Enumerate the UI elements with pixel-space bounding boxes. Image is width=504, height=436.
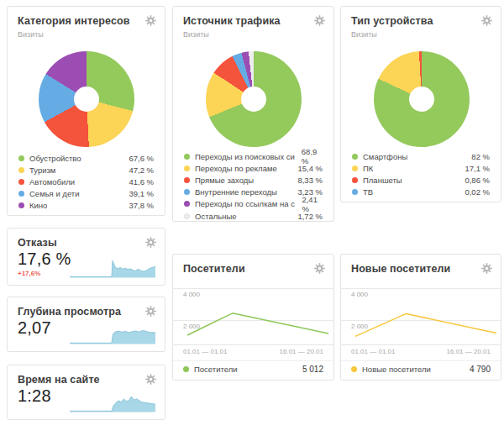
- card-new-visitors: Новые посетители 4 000 2 000 01.01 — 01.…: [340, 254, 501, 381]
- chart-legend: Обустройство 67,6 % Туризм 47,2 % Автомо…: [8, 152, 165, 212]
- series-line: [187, 313, 328, 335]
- gear-icon[interactable]: [481, 263, 492, 274]
- card-header: Отказы: [8, 229, 165, 249]
- legend-dot: [18, 202, 24, 208]
- legend-dot: [184, 165, 190, 171]
- donut-hole: [241, 87, 266, 112]
- x-axis-line: [173, 344, 333, 345]
- legend-value: 39,1 %: [122, 189, 154, 198]
- legend-item[interactable]: Смартфоны 82 %: [341, 150, 501, 162]
- legend-item[interactable]: Переходы по рекламе 15,4 %: [173, 162, 333, 174]
- legend-item[interactable]: Переходы по ссылкам на сайтах 2,41 %: [173, 198, 333, 210]
- card-header: Глубина просмотра: [8, 297, 165, 318]
- legend-dot: [184, 213, 190, 219]
- line-chart[interactable]: [173, 283, 333, 344]
- legend-item[interactable]: Кино 37,8 %: [8, 200, 165, 212]
- legend-total: 4 790: [470, 365, 491, 374]
- card-title: Тип устройства: [351, 15, 491, 27]
- donut-chart[interactable]: [206, 51, 302, 147]
- donut-hole: [409, 87, 434, 112]
- legend-dot: [184, 201, 190, 207]
- x-axis-line: [341, 344, 501, 345]
- legend-label: ПК: [363, 164, 373, 173]
- card-subtitle: Визиты: [18, 30, 155, 39]
- card-header: Посетители: [173, 255, 333, 275]
- legend-label: Переходы по ссылкам на сайтах: [195, 199, 295, 208]
- card-title: Время на сайте: [18, 374, 155, 386]
- legend-value: 15,4 %: [291, 164, 323, 173]
- legend-label: Смартфоны: [363, 152, 407, 161]
- legend-value: 0,02 %: [458, 187, 490, 197]
- legend-label: Остальные: [195, 212, 237, 221]
- card-visitors: Посетители 4 000 2 000 01.01 — 01.01 16.…: [172, 254, 334, 381]
- gear-icon[interactable]: [145, 374, 156, 385]
- legend-dot: [352, 165, 358, 171]
- legend-item[interactable]: Остальные 1,72 %: [173, 210, 333, 222]
- card-page-depth: Глубина просмотра 2,07: [7, 297, 165, 352]
- card-header: Новые посетители: [341, 255, 501, 275]
- legend-label: Кино: [29, 201, 47, 210]
- legend-label: Обустройство: [29, 154, 81, 163]
- chart-legend: Переходы из поисковых систем 68,9 % Пере…: [173, 150, 333, 222]
- dashboard: Категория интересов Визиты Обустройство: [0, 0, 504, 436]
- card-traffic-sources: Источник трафика Визиты Переходы из поис…: [172, 6, 334, 222]
- legend-dot: [18, 155, 24, 161]
- card-subtitle: Визиты: [351, 30, 491, 39]
- card-title: Посетители: [183, 263, 323, 275]
- card-interest-categories: Категория интересов Визиты Обустройство: [7, 6, 165, 216]
- legend-item[interactable]: Семья и дети 39,1 %: [8, 188, 165, 200]
- legend-item[interactable]: Автомобили 41,6 %: [8, 176, 165, 187]
- legend-value: 1,72 %: [291, 212, 323, 221]
- donut-chart[interactable]: [374, 51, 470, 147]
- card-title: Отказы: [18, 237, 155, 249]
- legend-dot: [18, 191, 24, 197]
- legend-dot: [352, 177, 358, 183]
- donut-hole: [74, 87, 99, 112]
- card-header: Тип устройства Визиты: [341, 7, 501, 39]
- x-axis-labels: 01.01 — 01.01 16.01 — 20.01: [351, 348, 491, 355]
- legend-value: 82 %: [465, 152, 490, 161]
- legend-item[interactable]: ТВ 0,02 %: [341, 186, 501, 198]
- gear-icon[interactable]: [145, 237, 156, 248]
- x-axis-label-left: 01.01 — 01.01: [351, 348, 395, 355]
- legend-label: Семья и дети: [29, 189, 80, 198]
- legend-value: 47,2 %: [122, 165, 154, 175]
- legend-dot: [351, 366, 357, 372]
- legend-value: 0,86 %: [458, 176, 490, 185]
- legend-dot: [183, 366, 189, 372]
- legend-label: Переходы по рекламе: [195, 164, 277, 173]
- legend-value: 41,6 %: [122, 177, 154, 186]
- x-axis-label-left: 01.01 — 01.01: [183, 348, 227, 355]
- legend-item[interactable]: Туризм 47,2 %: [8, 164, 165, 176]
- legend-dot: [18, 167, 24, 173]
- legend-label: ТВ: [363, 187, 373, 197]
- gear-icon[interactable]: [314, 263, 325, 274]
- card-time-on-site: Время на сайте 1:28: [7, 365, 165, 420]
- legend-item[interactable]: Обустройство 67,6 %: [8, 152, 165, 164]
- legend-divider: [173, 360, 333, 361]
- chart-legend[interactable]: Посетители 5 012: [183, 365, 323, 374]
- donut-chart[interactable]: [39, 51, 134, 147]
- legend-item[interactable]: Прямые заходы 8,33 %: [173, 174, 333, 186]
- card-header: Источник трафика Визиты: [173, 7, 333, 39]
- legend-label: Прямые заходы: [195, 176, 254, 185]
- legend-label: Новые посетители: [362, 365, 431, 374]
- x-axis-label-right: 16.01 — 20.01: [280, 348, 323, 355]
- chart-legend[interactable]: Новые посетители 4 790: [351, 365, 491, 374]
- legend-item[interactable]: Переходы из поисковых систем 68,9 %: [173, 150, 333, 162]
- legend-divider: [341, 360, 501, 361]
- line-chart[interactable]: [341, 283, 501, 344]
- gear-icon[interactable]: [145, 306, 156, 317]
- legend-value: 2,41 %: [295, 195, 323, 213]
- legend-label: Планшеты: [363, 176, 402, 185]
- legend-label: Переходы из поисковых систем: [195, 152, 295, 161]
- legend-value: 37,8 %: [122, 201, 154, 210]
- gear-icon[interactable]: [145, 15, 156, 26]
- legend-dot: [352, 154, 358, 160]
- legend-item[interactable]: Планшеты 0,86 %: [341, 174, 501, 186]
- legend-dot: [184, 177, 190, 183]
- gear-icon[interactable]: [314, 15, 325, 26]
- legend-value: 8,33 %: [291, 176, 323, 185]
- gear-icon[interactable]: [481, 15, 492, 26]
- legend-item[interactable]: ПК 17,1 %: [341, 162, 501, 174]
